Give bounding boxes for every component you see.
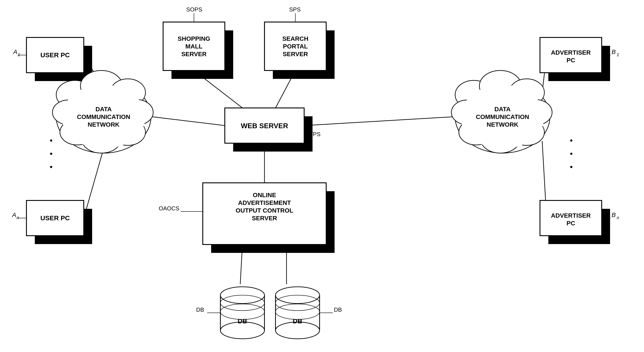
dots-right-1: • xyxy=(570,136,573,145)
user-pc-1-label: USER PC xyxy=(40,51,70,59)
svg-text:SERVER: SERVER xyxy=(283,51,308,57)
oaocs-label-1: ONLINE xyxy=(253,192,276,198)
bn-subscript: n xyxy=(617,215,619,220)
diagram-svg: DATA COMMUNICATION NETWORK DATA COMMUNIC… xyxy=(0,0,644,352)
svg-text:PC: PC xyxy=(567,57,575,64)
sops-label: SOPS xyxy=(186,6,202,13)
web-server-label: WEB SERVER xyxy=(241,122,288,130)
a1-subscript: 1 xyxy=(18,52,20,57)
db1-label: DB xyxy=(238,318,247,325)
b1-label: B xyxy=(612,48,616,55)
dots-right-3: • xyxy=(570,162,573,171)
an-subscript: n xyxy=(16,215,19,220)
line-dcn-webserver xyxy=(152,117,225,126)
svg-text:DATA: DATA xyxy=(96,106,112,113)
sps-label: SPS xyxy=(289,6,300,13)
svg-text:DATA: DATA xyxy=(494,106,511,113)
dcn-right-cloud: DATA COMMUNICATION NETWORK xyxy=(451,70,552,153)
db1-ref-label: DB xyxy=(196,306,204,313)
db2-ref-label: DB xyxy=(334,306,342,313)
an-label: A xyxy=(12,211,16,218)
dots-left-1: • xyxy=(50,136,53,145)
b1-subscript: 1 xyxy=(617,52,619,57)
advertiser-pc-1-label: ADVERTISER xyxy=(551,49,591,56)
bn-label: B xyxy=(612,211,616,218)
svg-text:MALL: MALL xyxy=(185,43,202,50)
db1: DB xyxy=(220,287,264,339)
svg-text:COMMUNICATION: COMMUNICATION xyxy=(77,113,130,120)
svg-text:NETWORK: NETWORK xyxy=(487,121,518,128)
user-pc-n-label: USER PC xyxy=(40,214,70,222)
svg-text:PC: PC xyxy=(567,220,575,227)
dots-right-2: • xyxy=(570,149,573,158)
db2-label: DB xyxy=(293,318,302,325)
svg-text:PORTAL: PORTAL xyxy=(283,43,308,50)
svg-text:COMMUNICATION: COMMUNICATION xyxy=(476,113,529,120)
dots-left-2: • xyxy=(50,149,53,158)
dcn-left-cloud: DATA COMMUNICATION NETWORK xyxy=(52,70,153,153)
oaocs-ref-label: OAOCS xyxy=(159,205,180,212)
search-portal-label: SEARCH xyxy=(282,35,308,42)
a1-label: A xyxy=(13,48,18,55)
svg-text:NETWORK: NETWORK xyxy=(88,121,120,128)
oaocs-label-2: ADVERTISEMENT xyxy=(238,199,291,206)
svg-text:SERVER: SERVER xyxy=(182,51,207,57)
shopping-mall-label: SHOPPING xyxy=(178,35,210,42)
line-webserver-dcnright xyxy=(304,117,454,126)
oaocs-label-4: SERVER xyxy=(252,215,277,222)
db2: DB xyxy=(276,287,320,339)
oaocs-label-3: OUTPUT CONTROL xyxy=(236,207,293,214)
advertiser-pc-n-label: ADVERTISER xyxy=(551,212,591,219)
wps-label: WPS xyxy=(308,131,320,137)
diagram: DATA COMMUNICATION NETWORK DATA COMMUNIC… xyxy=(0,0,644,352)
dots-left-3: • xyxy=(50,162,53,171)
